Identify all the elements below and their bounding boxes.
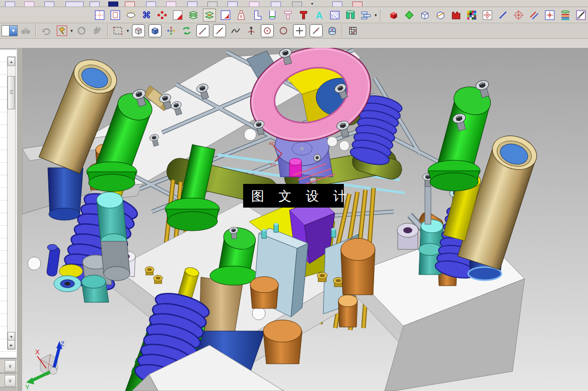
ejector-pin-icon[interactable] (298, 9, 310, 21)
snap-vertical-arrow-icon[interactable] (245, 25, 257, 37)
white-knob (327, 137, 337, 147)
scroll-right-button[interactable]: ▶ (8, 340, 15, 349)
runner-icon[interactable] (251, 9, 263, 21)
view-box-icon[interactable] (575, 9, 587, 21)
flashlight-dropdown-arrow[interactable]: ▾ (70, 28, 73, 33)
trim-part-icon[interactable] (282, 9, 294, 21)
snap-circle-icon[interactable] (277, 25, 289, 37)
wireframe-cube-icon[interactable] (419, 9, 431, 21)
fillet-icon[interactable] (219, 9, 232, 21)
snap-endpoint-line-button[interactable] (196, 24, 209, 37)
slide-core-icon[interactable] (187, 9, 199, 21)
selection-scope-combo[interactable]: ▼ (2, 25, 18, 36)
clipped-icon[interactable] (90, 2, 100, 7)
clipped-icon[interactable] (166, 2, 176, 7)
scroll-up-button[interactable]: ▲ (8, 57, 15, 66)
shaded-cube-button[interactable] (132, 24, 145, 37)
clipped-icon[interactable] (332, 2, 342, 7)
selection-rectangle-icon[interactable] (112, 25, 124, 37)
watermark-text: 图 文 设 计 (251, 188, 351, 204)
standard-parts-icon[interactable] (156, 9, 168, 21)
crosshair-circle-icon[interactable] (512, 9, 525, 21)
scroll-thumb[interactable] (8, 76, 15, 109)
redo-icon[interactable] (40, 25, 52, 37)
triad-z-label: Z (60, 340, 64, 348)
rotate-icon[interactable] (76, 25, 88, 37)
cycle-arrows-green-icon[interactable] (181, 25, 193, 37)
clipped-icon[interactable] (249, 2, 259, 7)
selection-dropdown-arrow[interactable]: ▾ (127, 28, 129, 33)
cue-status-strip (0, 39, 588, 48)
navy-cylinder-right-bottom (468, 267, 501, 280)
white-knob (339, 141, 349, 151)
binoculars-icon[interactable] (20, 25, 32, 37)
cavity-core-icon[interactable] (450, 9, 462, 21)
left-docked-panel: ▲ ▼ ▶ ∨ ∨ (0, 48, 22, 391)
white-knob (28, 257, 41, 270)
clipped-icon[interactable] (44, 2, 54, 7)
toolbar-overflow-arrow[interactable]: ▾ (375, 13, 377, 18)
wireframe-shaded-cube-button[interactable] (149, 24, 162, 37)
layer-colors-icon[interactable] (559, 9, 571, 21)
collapsed-toolbar-row[interactable]: ∨ (0, 359, 17, 373)
chevron-down-icon[interactable]: ∨ (5, 375, 16, 386)
3d-viewport[interactable]: XC YC 图 文 设 计 (22, 48, 588, 391)
combo-dropdown-button[interactable]: ▼ (9, 26, 17, 36)
parallel-lines-icon[interactable] (528, 9, 540, 21)
cooling-channel-icon[interactable] (266, 9, 278, 21)
move-arrows-color-icon[interactable] (165, 25, 177, 37)
top-partial-toolbar: ▾ (0, 0, 588, 7)
panel-scrollbar[interactable]: ▲ ▼ ▶ (7, 56, 16, 350)
pattern-star-icon[interactable] (481, 9, 493, 21)
red-cube-icon[interactable] (388, 9, 400, 21)
gate-design-icon[interactable] (235, 9, 247, 21)
clipped-icon[interactable] (125, 2, 135, 7)
collapsed-toolbar-row[interactable]: ∨ (0, 373, 17, 387)
green-diamond-icon[interactable] (403, 9, 415, 21)
clipped-icon[interactable] (187, 2, 197, 7)
clipped-overflow-arrow[interactable]: ▾ (311, 2, 316, 7)
annotation-letter-icon[interactable]: A (313, 9, 325, 21)
snap-face-icon[interactable] (326, 25, 338, 37)
snap-midpoint-line-button[interactable] (213, 24, 226, 37)
chevron-down-icon[interactable]: ∨ (5, 360, 16, 372)
diagonal-line-icon[interactable] (497, 9, 509, 21)
grid-table-icon[interactable] (347, 25, 359, 37)
clipped-icon[interactable] (352, 2, 362, 7)
datum-box-icon[interactable] (544, 9, 556, 21)
clipped-icon[interactable] (5, 2, 15, 7)
clipped-icon[interactable] (65, 2, 84, 7)
snap-point-on-line-button[interactable] (310, 24, 323, 37)
pillar-d-flange (210, 266, 257, 285)
clipped-icon[interactable] (228, 2, 238, 7)
docked-list[interactable]: ▲ ▼ ▶ (0, 49, 17, 358)
pocket-insert-icon[interactable] (344, 9, 356, 21)
snap-circle-center-button[interactable] (261, 24, 274, 37)
clipped-icon[interactable] (146, 2, 156, 7)
section-view-icon[interactable] (434, 9, 447, 21)
insert-corner-icon[interactable] (172, 9, 184, 21)
snap-intersection-button[interactable] (293, 24, 306, 37)
parting-surface-icon[interactable] (125, 9, 137, 21)
snap-curve-icon[interactable] (230, 25, 242, 37)
color-grid-icon[interactable] (466, 9, 478, 21)
watermark: 图 文 设 计 (243, 184, 351, 208)
cad-application-window: { "app": {"type": "3d-cad-mold-design-wo… (0, 0, 588, 391)
flashlight-filter-icon[interactable] (56, 25, 68, 37)
slide-core-link-icon[interactable] (203, 9, 216, 22)
pan-hand-icon[interactable] (91, 25, 103, 37)
clipped-icon[interactable] (24, 2, 34, 7)
gold-bolt (333, 278, 343, 287)
hatch-pattern-icon[interactable] (329, 9, 341, 21)
clipped-icon[interactable] (207, 2, 217, 7)
pillar-a-flange-bottom (89, 174, 135, 191)
mold-base-icon[interactable] (94, 9, 106, 21)
navy-cylinder-left-bottom (49, 208, 80, 220)
cavity-layout-icon[interactable] (109, 9, 121, 21)
pocket-command-icon[interactable]: ⌘ (140, 9, 153, 21)
clipped-icon-selected[interactable] (108, 2, 118, 7)
bom-list-icon[interactable] (360, 9, 372, 21)
gold-bolt (317, 273, 327, 282)
clipped-icon[interactable] (271, 2, 281, 7)
clipped-icon[interactable] (292, 2, 302, 7)
